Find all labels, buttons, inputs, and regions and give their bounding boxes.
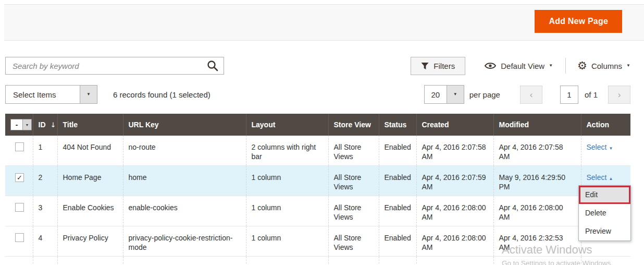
- per-page-caret: ▼: [447, 86, 464, 103]
- cell-status: Enabled: [379, 136, 416, 166]
- mass-actions-caret: ▼: [80, 86, 97, 103]
- cms-pages-grid-screen: Add New Page Filters: [0, 0, 644, 265]
- table-row: 1 404 Not Found no-route 2 columns with …: [5, 136, 630, 166]
- column-header-created[interactable]: Created: [416, 114, 493, 136]
- cell-id: 2: [33, 166, 57, 196]
- filters-label: Filters: [434, 62, 455, 70]
- table-row-partial: [5, 257, 630, 265]
- default-view-dropdown[interactable]: Default View ▼: [484, 62, 553, 70]
- row-checkbox-checked[interactable]: ✓: [15, 173, 24, 182]
- keyword-search-box: [5, 57, 224, 75]
- cell-id: 3: [33, 196, 57, 226]
- cell-id: 4: [33, 226, 57, 257]
- menu-item-preview[interactable]: Preview: [579, 222, 630, 240]
- column-header-id[interactable]: ID↓: [33, 114, 57, 136]
- cell-layout: 1 column: [246, 196, 328, 226]
- cell-created: Apr 4, 2016 2:07:59 AM: [416, 166, 493, 196]
- cell-store-view: All Store Views: [328, 136, 379, 166]
- grid-toolbar: Filters Default View ▼ ⚙ Columns ▼: [5, 56, 630, 75]
- chevron-down-icon: ▼: [549, 64, 553, 68]
- cell-layout: 1 column: [246, 226, 328, 257]
- cell-modified: Apr 4, 2016 2:07:58 AM: [493, 136, 581, 166]
- cell-status: Enabled: [379, 196, 416, 226]
- grid-actions-row: Select Items ▼ 6 records found (1 select…: [5, 85, 630, 104]
- default-view-label: Default View: [501, 62, 544, 70]
- select-all-dropdown[interactable]: - ▼: [10, 119, 32, 130]
- cell-url-key: privacy-policy-cookie-restriction-mode: [123, 226, 246, 257]
- columns-label: Columns: [591, 62, 622, 70]
- chevron-down-icon: ▼: [626, 64, 630, 68]
- sort-desc-icon: ↓: [51, 121, 56, 129]
- cell-id: 1: [33, 136, 57, 166]
- toolbar-divider: [565, 58, 566, 74]
- page-header-band: Add New Page: [4, 4, 644, 41]
- cell-status: Enabled: [379, 166, 416, 196]
- cell-store-view: All Store Views: [328, 196, 379, 226]
- table-row: 3 Enable Cookies enable-cookies 1 column…: [5, 196, 630, 226]
- cell-title: Enable Cookies: [57, 196, 123, 226]
- row-action-menu: Edit Delete Preview: [578, 185, 631, 241]
- chevron-down-icon: ▼: [86, 92, 91, 97]
- chevron-down-icon: ▼: [609, 146, 613, 151]
- records-count: 6 records found (1 selected): [113, 90, 210, 99]
- chevron-down-icon: ▼: [453, 92, 457, 97]
- column-header-title[interactable]: Title: [57, 114, 123, 136]
- indeterminate-checkbox: -: [11, 119, 22, 130]
- filters-button[interactable]: Filters: [411, 57, 465, 75]
- per-page-label: per page: [469, 90, 500, 99]
- next-page-button[interactable]: ›: [608, 86, 630, 104]
- table-row-selected: ✓ 2 Home Page home 1 column All Store Vi…: [5, 166, 630, 196]
- cell-url-key: enable-cookies: [123, 196, 246, 226]
- table-header-row: - ▼ ID↓ Title URL Key Layout Store View …: [5, 114, 630, 136]
- cell-status: Enabled: [379, 226, 416, 257]
- search-input[interactable]: [6, 58, 202, 74]
- cell-title: Privacy Policy: [57, 226, 123, 257]
- table-row: 4 Privacy Policy privacy-policy-cookie-r…: [5, 226, 630, 257]
- cell-modified: May 9, 2016 4:29:50 PM: [493, 166, 581, 196]
- cell-url-key: home: [123, 166, 246, 196]
- total-pages-label: of 1: [585, 90, 598, 99]
- per-page-select[interactable]: 20 ▼: [424, 85, 464, 104]
- toolbar-right-controls: Filters Default View ▼ ⚙ Columns ▼: [411, 57, 630, 75]
- eye-icon: [484, 62, 497, 70]
- column-header-url-key[interactable]: URL Key: [123, 114, 246, 136]
- mass-actions-select[interactable]: Select Items ▼: [5, 85, 97, 104]
- column-header-modified[interactable]: Modified: [493, 114, 581, 136]
- column-header-layout[interactable]: Layout: [246, 114, 328, 136]
- mass-actions-label: Select Items: [6, 86, 80, 103]
- row-action-select[interactable]: Select▼: [587, 143, 613, 151]
- row-checkbox[interactable]: [15, 233, 24, 242]
- cell-title: Home Page: [57, 166, 123, 196]
- filter-funnel-icon: [421, 62, 429, 70]
- row-checkbox[interactable]: [15, 203, 24, 212]
- column-header-action: Action: [581, 114, 630, 136]
- current-page-input[interactable]: [560, 86, 578, 104]
- select-all-header: - ▼: [5, 114, 33, 136]
- cell-url-key: no-route: [123, 136, 246, 166]
- cms-pages-table: - ▼ ID↓ Title URL Key Layout Store View …: [5, 114, 630, 265]
- row-checkbox[interactable]: [15, 142, 24, 151]
- gear-icon: ⚙: [577, 61, 587, 71]
- menu-item-edit[interactable]: Edit: [579, 186, 630, 204]
- select-all-caret-box: ▼: [22, 119, 31, 130]
- chevron-up-icon: ▲: [609, 176, 613, 181]
- cell-created: Apr 4, 2016 2:07:58 AM: [416, 136, 493, 166]
- menu-item-delete[interactable]: Delete: [579, 204, 630, 222]
- row-action-select-open[interactable]: Select▲: [587, 173, 613, 182]
- column-header-store-view[interactable]: Store View: [328, 114, 379, 136]
- columns-dropdown[interactable]: ⚙ Columns ▼: [577, 61, 630, 71]
- previous-page-button[interactable]: ‹: [520, 86, 542, 104]
- cell-created: Apr 4, 2016 2:08:00 AM: [416, 196, 493, 226]
- add-new-page-button[interactable]: Add New Page: [535, 10, 622, 33]
- chevron-down-icon: ▼: [26, 123, 29, 127]
- column-header-status[interactable]: Status: [379, 114, 416, 136]
- cell-layout: 2 columns with right bar: [246, 136, 328, 166]
- cell-title: 404 Not Found: [57, 136, 123, 166]
- search-button[interactable]: [202, 57, 224, 74]
- cell-layout: 1 column: [246, 166, 328, 196]
- cell-store-view: All Store Views: [328, 166, 379, 196]
- cell-store-view: All Store Views: [328, 226, 379, 257]
- search-icon: [207, 60, 218, 71]
- cell-modified: Apr 4, 2016 2:32:53 AM: [493, 226, 581, 257]
- per-page-value: 20: [425, 86, 447, 103]
